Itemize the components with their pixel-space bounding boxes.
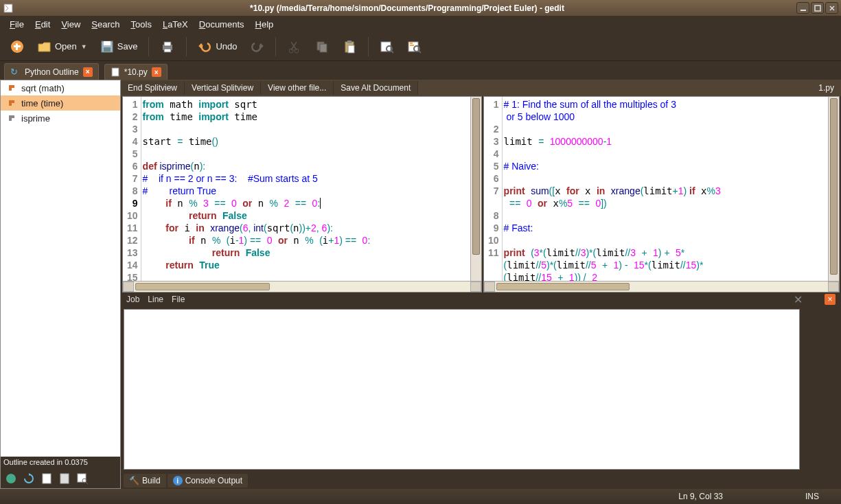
svg-rect-15	[320, 44, 327, 52]
console-tab[interactable]: iConsole Output	[168, 474, 248, 488]
close-tab-icon[interactable]: ×	[83, 67, 93, 77]
minimize-button[interactable]	[796, 2, 809, 14]
svg-rect-28	[60, 474, 69, 483]
build-tab[interactable]: 🔨Build	[124, 474, 166, 488]
outline-label: sqrt (math)	[21, 83, 65, 93]
right-gutter: 1 2 3 4 5 6 7 8 9 10 11	[484, 97, 503, 281]
toolbar: Open▼ Save Undo	[0, 32, 841, 61]
cut-icon	[287, 39, 302, 54]
separator	[148, 37, 149, 56]
vertical-scrollbar[interactable]	[828, 97, 839, 281]
function-icon	[6, 98, 17, 108]
print-button[interactable]	[156, 36, 179, 57]
undo-label: Undo	[216, 41, 237, 51]
menu-file[interactable]: File	[4, 19, 30, 30]
svg-rect-29	[78, 474, 86, 482]
config-icon[interactable]	[3, 471, 19, 486]
right-code[interactable]: # 1: Find the sum of all the multiples o…	[503, 97, 828, 281]
function-icon	[6, 82, 17, 93]
open-button[interactable]: Open▼	[33, 36, 91, 57]
outline-label: time (time)	[21, 98, 63, 108]
horizontal-scrollbar[interactable]	[484, 281, 839, 292]
vertical-scrollbar[interactable]	[470, 97, 481, 281]
outline-list[interactable]: sqrt (math)time (time)isprime	[1, 80, 120, 457]
editor-toolbar: End Splitview Vertical Splitview View ot…	[121, 80, 841, 96]
left-gutter: 1 2 3 4 5 6 7 8 9 10 11 12 13 14 15 16 1…	[123, 97, 141, 281]
svg-rect-10	[164, 42, 171, 46]
bottom-panel-tabs: 🔨Build iConsole Output	[121, 472, 841, 489]
tabbar: ↻ Python Outline × *10.py ×	[0, 61, 841, 80]
undo-button[interactable]: Undo	[194, 36, 241, 57]
doc1-icon[interactable]	[39, 471, 54, 486]
menu-view[interactable]: View	[56, 19, 86, 30]
save-label: Save	[117, 41, 138, 51]
col-file: File	[172, 295, 185, 304]
file-icon	[111, 67, 120, 77]
print-icon	[160, 39, 175, 54]
find-replace-button[interactable]	[403, 36, 426, 57]
svg-rect-17	[347, 41, 352, 43]
menu-edit[interactable]: Edit	[30, 19, 56, 30]
col-line: Line	[148, 295, 163, 304]
save-icon	[100, 39, 115, 54]
editor-tab[interactable]: *10.py ×	[104, 64, 168, 80]
svg-line-24	[419, 51, 421, 53]
save-alt-document-button[interactable]: Save Alt Document	[334, 81, 418, 95]
folder-open-icon	[37, 39, 52, 54]
cut-button[interactable]	[283, 36, 306, 57]
close-panel-icon[interactable]: ✕	[794, 293, 803, 306]
search-icon[interactable]	[75, 471, 90, 486]
end-splitview-button[interactable]: End Splitview	[121, 81, 185, 95]
insert-mode: INS	[805, 492, 819, 501]
function-icon	[6, 113, 17, 124]
horizontal-scrollbar[interactable]	[123, 281, 481, 292]
sidebar: sqrt (math)time (time)isprime Outline cr…	[0, 80, 121, 489]
find-button[interactable]	[376, 36, 399, 57]
svg-rect-27	[43, 474, 51, 483]
bottom-panel-body[interactable]	[124, 309, 800, 470]
close-tab-icon[interactable]: ×	[152, 67, 161, 77]
sidebar-toolbar	[1, 469, 120, 488]
refresh-icon[interactable]	[21, 471, 36, 486]
sidebar-tab[interactable]: ↻ Python Outline ×	[4, 63, 99, 80]
menu-latex[interactable]: LaTeX	[157, 19, 194, 30]
outline-item[interactable]: isprime	[1, 111, 120, 126]
chevron-down-icon[interactable]: ▼	[81, 43, 87, 50]
outline-item[interactable]: time (time)	[1, 95, 120, 111]
alt-file-label: 1.py	[811, 81, 841, 95]
vertical-splitview-button[interactable]: Vertical Splitview	[185, 81, 261, 95]
close-panel-button[interactable]: ×	[825, 294, 836, 305]
outline-item[interactable]: sqrt (math)	[1, 80, 120, 95]
sidebar-tab-label: Python Outline	[25, 67, 79, 77]
find-replace-icon	[407, 39, 422, 54]
save-button[interactable]: Save	[95, 36, 142, 57]
app-icon	[3, 3, 14, 14]
svg-rect-1	[800, 10, 806, 11]
close-button[interactable]	[825, 2, 838, 14]
svg-rect-25	[112, 68, 119, 76]
left-editor-pane: 1 2 3 4 5 6 7 8 9 10 11 12 13 14 15 16 1…	[122, 96, 482, 293]
window-controls	[796, 2, 838, 14]
svg-rect-2	[815, 5, 820, 11]
open-label: Open	[55, 41, 77, 51]
view-other-file-button[interactable]: View other file...	[261, 81, 334, 95]
menu-help[interactable]: Help	[250, 19, 279, 30]
menu-search[interactable]: Search	[86, 19, 125, 30]
menu-tools[interactable]: Tools	[126, 19, 157, 30]
copy-button[interactable]	[310, 36, 334, 57]
search-icon	[380, 39, 395, 54]
menu-documents[interactable]: Documents	[194, 19, 250, 30]
cursor-position: Ln 9, Col 33	[678, 492, 723, 501]
doc2-icon[interactable]	[57, 471, 72, 486]
left-code[interactable]: from math import sqrt from time import t…	[141, 97, 470, 281]
maximize-button[interactable]	[811, 2, 824, 14]
svg-rect-11	[164, 49, 171, 52]
svg-rect-7	[104, 41, 111, 45]
new-button[interactable]	[5, 36, 29, 57]
right-editor-pane: 1 2 3 4 5 6 7 8 9 10 11 # 1: Find the su…	[483, 96, 840, 293]
bottom-panel-header: Job Line File ✕ ×	[121, 293, 841, 306]
paste-button[interactable]	[338, 36, 361, 57]
svg-rect-5	[14, 45, 21, 47]
statusbar: Ln 9, Col 33 INS	[0, 489, 841, 504]
redo-button[interactable]	[245, 36, 268, 57]
